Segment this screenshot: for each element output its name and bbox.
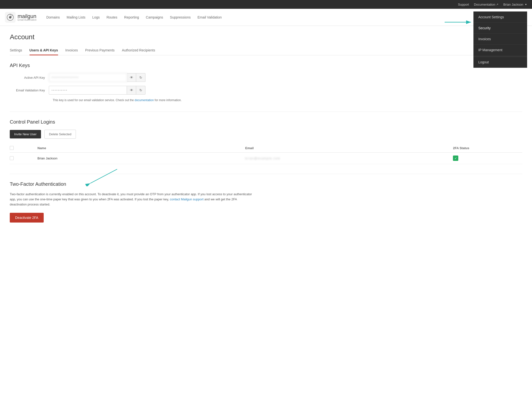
col-header-name: Name <box>38 144 245 153</box>
active-api-key-show-button[interactable]: 👁 <box>127 73 136 82</box>
user-menu[interactable]: Brian Jackson ▼ <box>503 3 527 6</box>
documentation-link-hint[interactable]: documentation <box>135 98 154 102</box>
invite-new-user-button[interactable]: Invite New User <box>10 130 41 138</box>
user-2fa-cell: ✓ <box>453 153 522 164</box>
nav-email-validation[interactable]: Email Validation <box>197 15 222 19</box>
two-factor-section: Two-Factor Authentication Two-factor aut… <box>10 181 522 223</box>
action-buttons: Invite New User Delete Selected <box>10 130 522 139</box>
divider-1 <box>10 112 522 112</box>
control-panel-section: Control Panel Logins Invite New User Del… <box>10 119 522 164</box>
chevron-down-icon: ▼ <box>525 3 527 6</box>
active-api-key-input-group: 👁 ↻ <box>49 73 145 82</box>
external-link-icon: ↗ <box>496 3 498 6</box>
nav-reporting[interactable]: Reporting <box>124 15 139 19</box>
tab-settings[interactable]: Settings <box>10 46 22 55</box>
nav-domains[interactable]: Domains <box>46 15 60 19</box>
arrow-to-tfa <box>83 167 122 186</box>
table-row: Brian Jackson brian@example.com ✓ <box>10 153 522 164</box>
nav-suppressions[interactable]: Suppressions <box>170 15 191 19</box>
svg-point-3 <box>9 16 11 19</box>
user-name-cell: Brian Jackson <box>38 153 245 164</box>
contact-support-link[interactable]: contact Mailgun support <box>170 197 204 201</box>
refresh-icon: ↻ <box>139 76 142 79</box>
email-validation-key-input[interactable] <box>49 86 127 95</box>
documentation-link[interactable]: Documentation ↗ <box>474 3 498 6</box>
main-content: Account Settings Users & API Keys Invoic… <box>0 26 532 409</box>
row-checkbox[interactable] <box>10 156 14 160</box>
active-api-key-refresh-button[interactable]: ↻ <box>136 73 145 82</box>
dropdown-invoices[interactable]: Invoices <box>473 34 527 45</box>
2fa-enabled-indicator: ✓ <box>453 156 458 161</box>
two-factor-description: Two-factor authentication is currently e… <box>10 192 254 207</box>
api-keys-section: API Keys Active API Key 👁 ↻ Email Valida… <box>10 63 522 102</box>
support-link[interactable]: Support <box>458 3 469 6</box>
eye-icon: 👁 <box>130 76 133 79</box>
deactivate-2fa-button[interactable]: Deactivate 2FA <box>10 213 44 223</box>
col-header-2fa: 2FA Status <box>453 144 522 153</box>
top-bar: Support Documentation ↗ Brian Jackson ▼ … <box>0 0 532 9</box>
email-validation-key-row: Email Validation Key 👁 ↻ <box>10 86 522 95</box>
email-validation-key-show-button[interactable]: 👁 <box>127 86 136 95</box>
delete-selected-button[interactable]: Delete Selected <box>44 130 76 139</box>
email-validation-key-refresh-button[interactable]: ↻ <box>136 86 145 95</box>
eye-icon-2: 👁 <box>130 88 133 92</box>
user-name: Brian Jackson <box>503 3 523 6</box>
arrow-to-security <box>445 19 474 26</box>
table-header-row: Name Email 2FA Status <box>10 144 522 153</box>
logo: mailgun Email Automation <box>5 12 37 23</box>
tab-previous-payments[interactable]: Previous Payments <box>85 46 115 55</box>
active-api-key-label: Active API Key <box>10 76 49 79</box>
dropdown-logout[interactable]: Logout <box>473 57 527 68</box>
nav-routes[interactable]: Routes <box>106 15 117 19</box>
email-validation-key-input-group: 👁 ↻ <box>49 86 145 95</box>
refresh-icon-2: ↻ <box>139 88 142 92</box>
tab-invoices[interactable]: Invoices <box>65 46 78 55</box>
svg-line-5 <box>11 15 12 16</box>
active-api-key-input[interactable] <box>49 73 127 82</box>
email-validation-key-label: Email Validation Key <box>10 88 49 92</box>
api-keys-title: API Keys <box>10 63 522 68</box>
user-email-cell: brian@example.com <box>245 153 453 164</box>
email-validation-hint: This key is used for our email validatio… <box>53 98 522 102</box>
top-bar-right: Support Documentation ↗ Brian Jackson ▼ … <box>458 3 527 6</box>
dropdown-ip-management[interactable]: IP Management <box>473 45 527 56</box>
tab-bar: Settings Users & API Keys Invoices Previ… <box>10 46 522 55</box>
select-all-checkbox[interactable] <box>10 146 14 150</box>
tab-users-api-keys[interactable]: Users & API Keys <box>30 46 58 55</box>
dropdown-security[interactable]: Security <box>473 23 527 34</box>
nav-logs[interactable]: Logs <box>92 15 100 19</box>
col-header-email: Email <box>245 144 453 153</box>
nav-mailing-lists[interactable]: Mailing Lists <box>67 15 85 19</box>
dropdown-account-settings[interactable]: Account Settings <box>473 12 527 23</box>
tab-authorized-recipients[interactable]: Authorized Recipients <box>122 46 155 55</box>
logo-sub: Email Automation <box>18 19 37 21</box>
logo-icon <box>5 12 16 23</box>
users-table: Name Email 2FA Status Brian Jackson bria… <box>10 144 522 164</box>
page-title: Account <box>10 33 522 41</box>
control-panel-title: Control Panel Logins <box>10 119 522 125</box>
user-dropdown-menu: Account Settings Security Invoices IP Ma… <box>473 11 527 68</box>
svg-line-7 <box>90 169 117 183</box>
active-api-key-row: Active API Key 👁 ↻ <box>10 73 522 82</box>
nav-campaigns[interactable]: Campaigns <box>146 15 163 19</box>
